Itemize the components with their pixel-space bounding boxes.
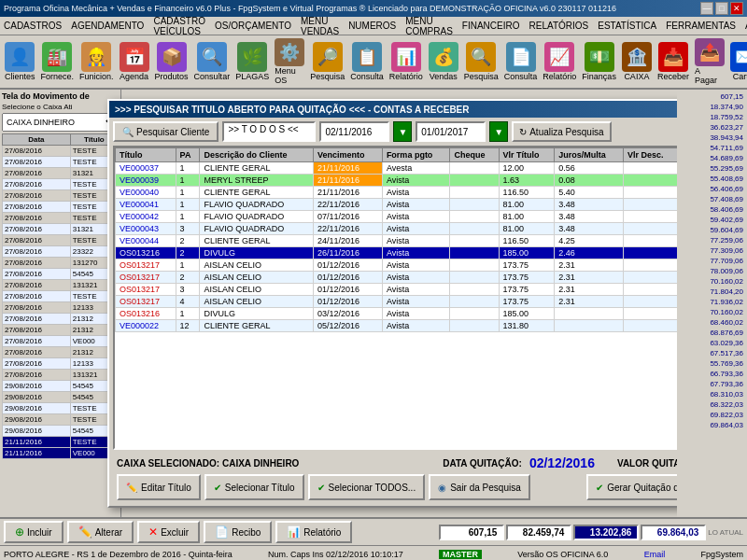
left-table-row[interactable]: 27/08/201623322	[3, 246, 119, 258]
selecionar-titulo-button[interactable]: ✔ Selecionar Título	[204, 474, 304, 500]
date-to-picker[interactable]: ▼	[489, 121, 508, 142]
toolbar-receber[interactable]: 📥 Receber	[656, 37, 690, 86]
toolbar-menu-os[interactable]: ⚙️ Menu OS	[274, 37, 305, 86]
close-button[interactable]: ✕	[730, 2, 743, 15]
left-table-row[interactable]: 27/08/201654545	[3, 269, 119, 280]
toolbar-caixa[interactable]: 🏦 CAIXA	[621, 37, 653, 86]
menu-agendamento[interactable]: AGENDAMENTO	[71, 21, 144, 31]
alterar-button[interactable]: ✏️ Alterar	[67, 521, 134, 543]
toolbar-a-pagar[interactable]: 📤 A Pagar	[694, 37, 726, 86]
maximize-button[interactable]: □	[715, 2, 728, 15]
table-row[interactable]: VE000022 12 CLIENTE GERAL 05/12/2016 Avi…	[116, 320, 730, 332]
table-row[interactable]: VE000040 1 CLIENTE GERAL 21/11/2016 Avis…	[116, 187, 730, 199]
menu-menu-vendas[interactable]: MENU VENDAS	[301, 16, 339, 36]
table-row[interactable]: VE000037 1 CLIENTE GERAL 21/11/2016 Aves…	[116, 162, 730, 175]
left-table-row[interactable]: 27/08/201621312	[3, 325, 119, 336]
table-row[interactable]: OS013216 1 DIVULG 03/12/2016 Avista 185.…	[116, 308, 730, 320]
right-number-row: 70.160,02	[679, 276, 745, 287]
left-table-row[interactable]: 27/08/2016TESTE	[3, 157, 119, 168]
left-table-row[interactable]: 27/08/201612133	[3, 358, 119, 370]
toolbar-consulta2[interactable]: 📄 Consulta	[503, 37, 539, 86]
left-table-row[interactable]: 27/08/2016131270	[3, 258, 119, 269]
toolbar-plagas[interactable]: 🌿 PLAGAS	[234, 37, 270, 86]
search-value-field[interactable]: >> T O D O S <<	[222, 121, 316, 142]
toolbar-cartas[interactable]: ✉️ Cartas	[729, 37, 747, 86]
search-client-button[interactable]: 🔍 Pesquisar Cliente	[113, 121, 218, 142]
caixa-dropdown[interactable]: CAIXA DINHEIRO	[2, 113, 119, 132]
toolbar-funicion[interactable]: 👷 Funicion.	[78, 37, 115, 86]
toolbar-pesquisa1[interactable]: 🔎 Pesquisa	[309, 37, 345, 86]
menu-menu-compras[interactable]: MENU COMPRAS	[405, 16, 453, 36]
left-table-row[interactable]: 27/08/2016131321	[3, 280, 119, 291]
table-row[interactable]: VE000043 3 FLAVIO QUADRADO 22/11/2016 Av…	[116, 223, 730, 235]
table-row[interactable]: OS013216 2 DIVULG 26/11/2016 Avista 185.…	[116, 247, 730, 259]
left-table-row[interactable]: 29/08/201654545	[3, 426, 119, 437]
menu-relatorios[interactable]: RELATÓRIOS	[529, 21, 589, 31]
menu-cadastro-veiculos[interactable]: CADASTRO VEÍCULOS	[153, 16, 205, 36]
date-from-input[interactable]	[319, 121, 389, 142]
table-row[interactable]: VE000042 1 FLAVIO QUADRADO 07/11/2016 Av…	[116, 211, 730, 223]
left-table-row[interactable]: 27/08/2016TESTE	[3, 179, 119, 190]
col-cliente-h: Descrição do Cliente	[200, 148, 314, 162]
table-row[interactable]: OS013217 2 AISLAN CELIO 01/12/2016 Avist…	[116, 272, 730, 284]
toolbar-agenda[interactable]: 📅 Agenda	[119, 37, 150, 86]
table-row[interactable]: OS013217 3 AISLAN CELIO 01/12/2016 Avist…	[116, 284, 730, 296]
excluir-button[interactable]: ✕ Excluir	[137, 521, 200, 543]
left-table-row[interactable]: 27/08/2016VE000	[3, 336, 119, 347]
menu-os-orcamento[interactable]: OS/ORÇAMENTO	[215, 21, 291, 31]
financial-summary: 607,15 82.459,74 13.202,86 69.864,03 LO …	[439, 525, 743, 540]
toolbar-clientes[interactable]: 👤 Clientes	[4, 37, 36, 86]
left-table-row[interactable]: 21/11/2016TESTE	[3, 437, 119, 448]
left-table-row[interactable]: 27/08/2016TESTE	[3, 213, 119, 224]
menu-ferramentas[interactable]: FERRAMENTAS	[666, 21, 736, 31]
table-row[interactable]: VE000039 1 MERYL STREEP 21/11/2016 Avist…	[116, 175, 730, 187]
left-table-row[interactable]: 27/08/201631321	[3, 168, 119, 179]
left-table-row[interactable]: 27/08/201631321	[3, 224, 119, 235]
editar-titulo-button[interactable]: ✏️ Editar Título	[117, 474, 201, 500]
toolbar-financas[interactable]: 💵 Finanças	[581, 37, 617, 86]
table-row[interactable]: VE000044 2 CLIENTE GERAL 24/11/2016 Avis…	[116, 235, 730, 247]
toolbar-consultar[interactable]: 🔍 Consultar	[193, 37, 232, 86]
left-table-row[interactable]: 29/08/201654545	[3, 381, 119, 392]
left-table-row[interactable]: 27/08/2016131321	[3, 370, 119, 381]
table-row[interactable]: VE000041 1 FLAVIO QUADRADO 22/11/2016 Av…	[116, 199, 730, 211]
clientes-icon: 👤	[5, 42, 35, 72]
toolbar-produtos[interactable]: 📦 Produtos	[154, 37, 190, 86]
left-table-row[interactable]: 27/08/201621312	[3, 314, 119, 325]
left-table-row[interactable]: 29/08/2016TESTE	[3, 414, 119, 426]
date-to-input[interactable]	[416, 121, 486, 142]
toolbar-vendas[interactable]: 💰 Vendas	[428, 37, 459, 86]
selecionar-todos-button[interactable]: ✔ Selecionar TODOS...	[308, 474, 426, 500]
table-row[interactable]: OS013217 1 AISLAN CELIO 01/12/2016 Avist…	[116, 259, 730, 272]
left-table-row[interactable]: 27/08/201612133	[3, 302, 119, 314]
right-number-row: 68.876,69	[679, 328, 745, 338]
toolbar-relatorio2[interactable]: 📈 Relatório	[542, 37, 577, 86]
toolbar-fornece[interactable]: 🏭 Fornece.	[40, 37, 76, 86]
refresh-button[interactable]: ↻ Atualiza Pesquisa	[512, 121, 612, 142]
left-table-row[interactable]: 27/08/2016TESTE	[3, 235, 119, 246]
toolbar-pesquisa2[interactable]: 🔍 Pesquisa	[463, 37, 500, 86]
left-table-row[interactable]: 27/08/2016TESTE	[3, 202, 119, 213]
date-from-picker[interactable]: ▼	[393, 121, 412, 142]
relatorio-button[interactable]: 📊 Relatório	[275, 521, 352, 543]
receber-icon: 📥	[658, 42, 688, 72]
recibo-button[interactable]: 📄 Recibo	[204, 521, 272, 543]
incluir-button[interactable]: ⊕ Incluir	[4, 521, 63, 543]
minimize-button[interactable]: —	[700, 2, 713, 15]
data-table-container[interactable]: Título PA Descrição do Cliente Venciment…	[113, 146, 732, 450]
left-table-row[interactable]: 29/08/201654545	[3, 392, 119, 403]
left-table-row[interactable]: 21/11/2016VE000	[3, 448, 119, 459]
toolbar-consulta1[interactable]: 📋 Consulta	[349, 37, 385, 86]
left-table-row[interactable]: 27/08/201621312	[3, 347, 119, 358]
left-table-row[interactable]: 27/08/2016TESTE	[3, 190, 119, 202]
sair-pesquisa-button[interactable]: ◉ Sair da Pesquisa	[429, 474, 530, 500]
left-table-row[interactable]: 29/08/2016TESTE	[3, 403, 119, 414]
menu-cadastros[interactable]: CADASTROS	[4, 21, 62, 31]
menu-financeiro[interactable]: FINANCEIRO	[462, 21, 520, 31]
menu-estatistica[interactable]: ESTATÍSTICA	[598, 21, 656, 31]
menu-numeros[interactable]: NUMEROS	[348, 21, 396, 31]
left-table-row[interactable]: 27/08/2016TESTE	[3, 146, 119, 157]
toolbar-relatorio1[interactable]: 📊 Relatório	[388, 37, 424, 86]
table-row[interactable]: OS013217 4 AISLAN CELIO 01/12/2016 Avist…	[116, 296, 730, 308]
left-table-row[interactable]: 27/08/2016TESTE	[3, 291, 119, 302]
